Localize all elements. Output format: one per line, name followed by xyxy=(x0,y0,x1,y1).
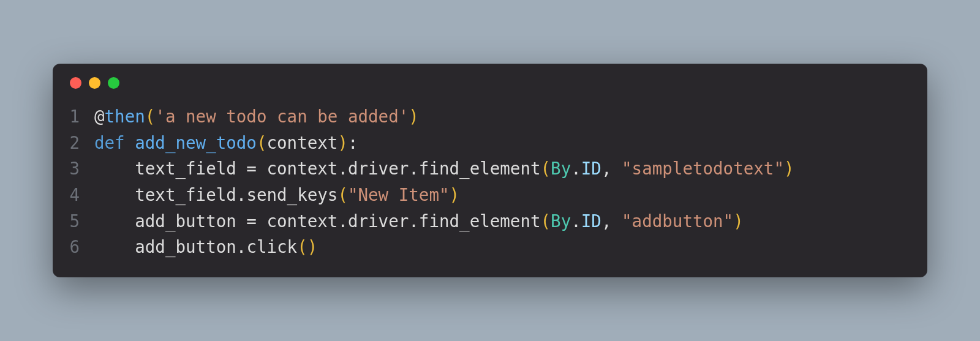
tok-at: @ xyxy=(94,107,105,126)
code-line: 5 add_button = context.driver.find_eleme… xyxy=(53,208,927,234)
tok-dot: . xyxy=(571,159,581,178)
tok-paren: ( xyxy=(297,237,307,257)
code-content: def add_new_todo(context): xyxy=(94,130,358,156)
tok-method: find_element xyxy=(419,159,541,178)
code-content: text_field.send_keys("New Item") xyxy=(94,182,459,208)
tok-decorator: then xyxy=(105,107,145,126)
tok-var: add_button xyxy=(135,211,236,231)
code-content: @then('a new todo can be added') xyxy=(94,103,419,130)
tok-comma: , xyxy=(601,211,622,231)
line-number: 2 xyxy=(53,130,94,156)
line-number: 1 xyxy=(53,103,94,130)
tok-function: add_new_todo xyxy=(135,133,257,152)
tok-attr: ID xyxy=(581,211,601,231)
tok-identifier: context xyxy=(266,159,337,178)
tok-dot: . xyxy=(571,211,581,231)
code-content: add_button.click() xyxy=(94,234,317,260)
tok-dot: . xyxy=(409,211,419,231)
line-number: 5 xyxy=(53,208,94,234)
code-content: text_field = context.driver.find_element… xyxy=(94,156,794,182)
tok-string: "addbutton" xyxy=(622,211,733,231)
tok-param: context xyxy=(266,133,337,152)
minimize-icon[interactable] xyxy=(89,77,100,89)
tok-paren: ( xyxy=(541,211,551,231)
tok-indent xyxy=(94,211,135,231)
tok-indent xyxy=(94,159,135,178)
tok-dot: . xyxy=(337,159,348,178)
tok-attr: ID xyxy=(581,159,601,178)
tok-paren: ( xyxy=(337,185,348,204)
code-line: 6 add_button.click() xyxy=(53,234,927,260)
tok-assign: = xyxy=(236,211,267,231)
tok-comma: , xyxy=(601,159,622,178)
tok-paren: ) xyxy=(784,159,794,178)
tok-paren: ) xyxy=(307,237,318,257)
tok-method: send_keys xyxy=(246,185,337,204)
line-number: 3 xyxy=(53,156,94,182)
tok-string: "sampletodotext" xyxy=(622,159,784,178)
line-number: 4 xyxy=(53,182,94,208)
code-editor: 1 @then('a new todo can be added') 2 def… xyxy=(53,95,927,277)
code-line: 1 @then('a new todo can be added') xyxy=(53,103,927,130)
tok-colon: : xyxy=(348,133,358,152)
code-window: 1 @then('a new todo can be added') 2 def… xyxy=(53,64,927,277)
code-content: add_button = context.driver.find_element… xyxy=(94,208,744,234)
tok-identifier: context xyxy=(266,211,337,231)
close-icon[interactable] xyxy=(70,77,81,89)
tok-method: click xyxy=(246,237,297,257)
tok-var: text_field xyxy=(135,185,236,204)
tok-indent xyxy=(94,237,135,257)
tok-var: text_field xyxy=(135,159,236,178)
tok-dot: . xyxy=(236,237,247,257)
tok-dot: . xyxy=(236,185,247,204)
tok-string: "New Item" xyxy=(348,185,450,204)
tok-keyword: def xyxy=(94,133,125,152)
tok-paren: ) xyxy=(450,185,460,204)
tok-paren: ( xyxy=(541,159,551,178)
code-line: 2 def add_new_todo(context): xyxy=(53,130,927,156)
tok-dot: . xyxy=(337,211,348,231)
tok-paren: ) xyxy=(409,107,419,126)
code-line: 3 text_field = context.driver.find_eleme… xyxy=(53,156,927,182)
tok-identifier: driver xyxy=(348,211,409,231)
window-titlebar xyxy=(53,64,927,95)
tok-paren: ) xyxy=(733,211,744,231)
line-number: 6 xyxy=(53,234,94,260)
tok-paren: ) xyxy=(337,133,348,152)
tok-identifier: driver xyxy=(348,159,409,178)
tok-paren: ( xyxy=(257,133,267,152)
tok-indent xyxy=(94,185,135,204)
tok-class: By xyxy=(551,159,571,178)
tok-dot: . xyxy=(409,159,419,178)
tok-assign: = xyxy=(236,159,267,178)
tok-var: add_button xyxy=(135,237,236,257)
maximize-icon[interactable] xyxy=(108,77,119,89)
tok-string: 'a new todo can be added' xyxy=(155,107,409,126)
code-line: 4 text_field.send_keys("New Item") xyxy=(53,182,927,208)
tok-class: By xyxy=(551,211,571,231)
tok-paren: ( xyxy=(145,107,156,126)
tok-method: find_element xyxy=(419,211,541,231)
